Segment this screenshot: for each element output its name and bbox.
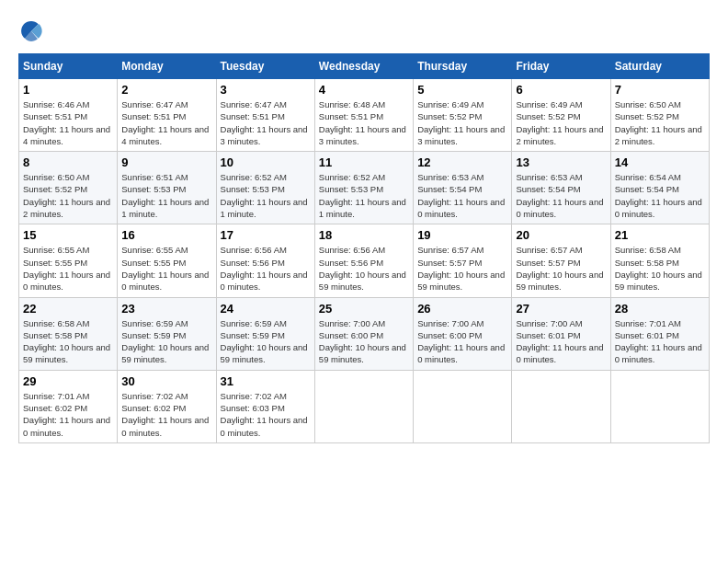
day-number: 24 <box>221 302 311 316</box>
day-info: Sunrise: 6:53 AMSunset: 5:54 PMDaylight:… <box>516 171 606 220</box>
day-info: Sunrise: 7:00 AMSunset: 6:00 PMDaylight:… <box>417 317 507 366</box>
day-cell: 5 Sunrise: 6:49 AMSunset: 5:52 PMDayligh… <box>414 79 512 152</box>
day-info: Sunrise: 6:58 AMSunset: 5:58 PMDaylight:… <box>23 317 113 366</box>
page-header <box>18 18 710 44</box>
week-row-1: 1 Sunrise: 6:46 AMSunset: 5:51 PMDayligh… <box>19 79 710 152</box>
day-info: Sunrise: 7:02 AMSunset: 6:02 PMDaylight:… <box>121 390 211 439</box>
day-cell: 12 Sunrise: 6:53 AMSunset: 5:54 PMDaylig… <box>414 152 512 224</box>
day-info: Sunrise: 6:50 AMSunset: 5:52 PMDaylight:… <box>615 98 705 147</box>
day-info: Sunrise: 7:00 AMSunset: 6:00 PMDaylight:… <box>319 317 409 366</box>
day-number: 19 <box>417 228 507 242</box>
day-info: Sunrise: 6:50 AMSunset: 5:52 PMDaylight:… <box>23 171 113 220</box>
day-number: 22 <box>23 302 113 316</box>
day-number: 7 <box>615 83 705 97</box>
day-cell: 21 Sunrise: 6:58 AMSunset: 5:58 PMDaylig… <box>610 224 709 297</box>
day-info: Sunrise: 6:56 AMSunset: 5:56 PMDaylight:… <box>319 244 409 293</box>
logo-icon <box>18 18 44 44</box>
day-cell: 23 Sunrise: 6:59 AMSunset: 5:59 PMDaylig… <box>118 297 216 370</box>
day-number: 12 <box>417 155 507 169</box>
day-cell: 28 Sunrise: 7:01 AMSunset: 6:01 PMDaylig… <box>610 297 709 370</box>
day-info: Sunrise: 6:47 AMSunset: 5:51 PMDaylight:… <box>221 98 311 147</box>
day-cell: 10 Sunrise: 6:52 AMSunset: 5:53 PMDaylig… <box>216 152 314 224</box>
day-info: Sunrise: 6:48 AMSunset: 5:51 PMDaylight:… <box>319 98 409 147</box>
day-number: 8 <box>23 155 113 169</box>
day-info: Sunrise: 7:01 AMSunset: 6:01 PMDaylight:… <box>615 317 705 366</box>
day-info: Sunrise: 6:56 AMSunset: 5:56 PMDaylight:… <box>221 244 311 293</box>
calendar-table: SundayMondayTuesdayWednesdayThursdayFrid… <box>18 53 710 443</box>
day-number: 14 <box>615 155 705 169</box>
day-cell: 8 Sunrise: 6:50 AMSunset: 5:52 PMDayligh… <box>19 152 118 224</box>
day-cell: 4 Sunrise: 6:48 AMSunset: 5:51 PMDayligh… <box>314 79 413 152</box>
day-number: 23 <box>121 302 211 316</box>
day-cell <box>610 370 709 442</box>
day-number: 20 <box>516 228 606 242</box>
day-info: Sunrise: 6:54 AMSunset: 5:54 PMDaylight:… <box>615 171 705 220</box>
day-cell: 30 Sunrise: 7:02 AMSunset: 6:02 PMDaylig… <box>118 370 216 442</box>
day-number: 9 <box>121 155 211 169</box>
day-cell: 29 Sunrise: 7:01 AMSunset: 6:02 PMDaylig… <box>19 370 118 442</box>
day-cell: 16 Sunrise: 6:55 AMSunset: 5:55 PMDaylig… <box>118 224 216 297</box>
day-info: Sunrise: 6:52 AMSunset: 5:53 PMDaylight:… <box>221 171 311 220</box>
day-info: Sunrise: 6:49 AMSunset: 5:52 PMDaylight:… <box>516 98 606 147</box>
day-number: 13 <box>516 155 606 169</box>
day-cell <box>512 370 610 442</box>
day-info: Sunrise: 7:01 AMSunset: 6:02 PMDaylight:… <box>23 390 113 439</box>
day-cell: 14 Sunrise: 6:54 AMSunset: 5:54 PMDaylig… <box>610 152 709 224</box>
day-info: Sunrise: 7:02 AMSunset: 6:03 PMDaylight:… <box>221 390 311 439</box>
day-cell: 26 Sunrise: 7:00 AMSunset: 6:00 PMDaylig… <box>414 297 512 370</box>
day-info: Sunrise: 6:53 AMSunset: 5:54 PMDaylight:… <box>417 171 507 220</box>
header-row: SundayMondayTuesdayWednesdayThursdayFrid… <box>19 54 710 79</box>
day-number: 11 <box>319 155 409 169</box>
day-cell: 3 Sunrise: 6:47 AMSunset: 5:51 PMDayligh… <box>216 79 314 152</box>
day-cell: 27 Sunrise: 7:00 AMSunset: 6:01 PMDaylig… <box>512 297 610 370</box>
day-number: 31 <box>221 374 311 388</box>
day-header-thursday: Thursday <box>414 54 512 79</box>
day-info: Sunrise: 7:00 AMSunset: 6:01 PMDaylight:… <box>516 317 606 366</box>
day-info: Sunrise: 6:59 AMSunset: 5:59 PMDaylight:… <box>121 317 211 366</box>
day-cell: 25 Sunrise: 7:00 AMSunset: 6:00 PMDaylig… <box>314 297 413 370</box>
day-info: Sunrise: 6:57 AMSunset: 5:57 PMDaylight:… <box>516 244 606 293</box>
day-cell: 18 Sunrise: 6:56 AMSunset: 5:56 PMDaylig… <box>314 224 413 297</box>
day-info: Sunrise: 6:51 AMSunset: 5:53 PMDaylight:… <box>121 171 211 220</box>
day-cell: 19 Sunrise: 6:57 AMSunset: 5:57 PMDaylig… <box>414 224 512 297</box>
day-header-sunday: Sunday <box>19 54 118 79</box>
logo <box>18 18 48 44</box>
day-number: 29 <box>23 374 113 388</box>
day-cell: 20 Sunrise: 6:57 AMSunset: 5:57 PMDaylig… <box>512 224 610 297</box>
day-number: 4 <box>319 83 409 97</box>
day-cell: 22 Sunrise: 6:58 AMSunset: 5:58 PMDaylig… <box>19 297 118 370</box>
day-info: Sunrise: 6:55 AMSunset: 5:55 PMDaylight:… <box>23 244 113 293</box>
day-number: 30 <box>121 374 211 388</box>
day-number: 15 <box>23 228 113 242</box>
day-number: 26 <box>417 302 507 316</box>
day-number: 6 <box>516 83 606 97</box>
week-row-5: 29 Sunrise: 7:01 AMSunset: 6:02 PMDaylig… <box>19 370 710 442</box>
day-number: 18 <box>319 228 409 242</box>
day-number: 1 <box>23 83 113 97</box>
day-cell: 2 Sunrise: 6:47 AMSunset: 5:51 PMDayligh… <box>118 79 216 152</box>
day-info: Sunrise: 6:55 AMSunset: 5:55 PMDaylight:… <box>121 244 211 293</box>
day-number: 25 <box>319 302 409 316</box>
day-info: Sunrise: 6:47 AMSunset: 5:51 PMDaylight:… <box>121 98 211 147</box>
day-number: 21 <box>615 228 705 242</box>
day-cell: 1 Sunrise: 6:46 AMSunset: 5:51 PMDayligh… <box>19 79 118 152</box>
day-number: 10 <box>221 155 311 169</box>
day-header-tuesday: Tuesday <box>216 54 314 79</box>
day-cell: 15 Sunrise: 6:55 AMSunset: 5:55 PMDaylig… <box>19 224 118 297</box>
day-number: 5 <box>417 83 507 97</box>
day-info: Sunrise: 6:59 AMSunset: 5:59 PMDaylight:… <box>221 317 311 366</box>
day-info: Sunrise: 6:46 AMSunset: 5:51 PMDaylight:… <box>23 98 113 147</box>
day-cell: 24 Sunrise: 6:59 AMSunset: 5:59 PMDaylig… <box>216 297 314 370</box>
day-cell: 11 Sunrise: 6:52 AMSunset: 5:53 PMDaylig… <box>314 152 413 224</box>
day-cell: 7 Sunrise: 6:50 AMSunset: 5:52 PMDayligh… <box>610 79 709 152</box>
day-number: 2 <box>121 83 211 97</box>
day-info: Sunrise: 6:57 AMSunset: 5:57 PMDaylight:… <box>417 244 507 293</box>
day-info: Sunrise: 6:58 AMSunset: 5:58 PMDaylight:… <box>615 244 705 293</box>
day-header-friday: Friday <box>512 54 610 79</box>
day-header-saturday: Saturday <box>610 54 709 79</box>
day-number: 28 <box>615 302 705 316</box>
day-number: 27 <box>516 302 606 316</box>
day-info: Sunrise: 6:49 AMSunset: 5:52 PMDaylight:… <box>417 98 507 147</box>
day-cell <box>314 370 413 442</box>
day-cell <box>414 370 512 442</box>
